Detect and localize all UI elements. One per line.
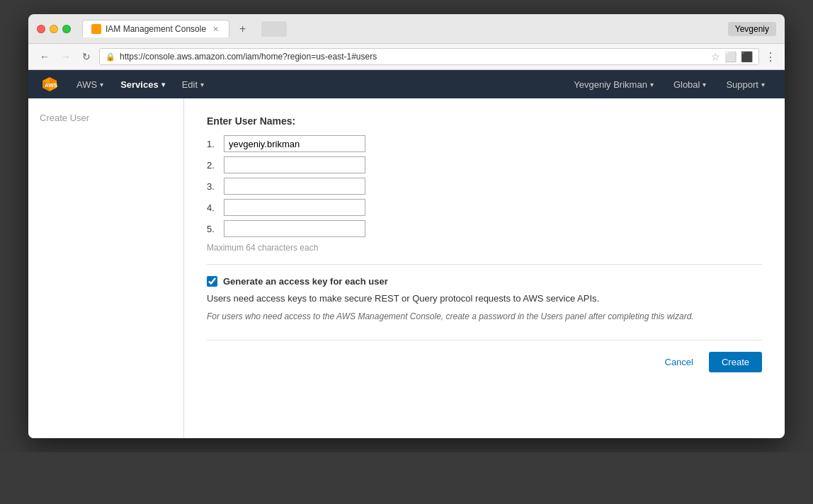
user-input-row-5: 5. bbox=[207, 220, 762, 237]
close-window-button[interactable] bbox=[37, 25, 45, 33]
row-number-4: 4. bbox=[207, 202, 224, 213]
username-input-1[interactable] bbox=[224, 135, 365, 152]
main-content: Create User Enter User Names: 1. 2. 3. bbox=[28, 98, 785, 438]
svg-rect-2 bbox=[92, 29, 96, 33]
url-text: https://console.aws.amazon.com/iam/home?… bbox=[120, 52, 377, 62]
bottom-divider bbox=[207, 340, 762, 340]
support-label: Support bbox=[726, 79, 758, 90]
tab-placeholder bbox=[261, 21, 287, 37]
action-buttons: Cancel Create bbox=[207, 352, 762, 372]
user-input-row-3: 3. bbox=[207, 178, 762, 195]
user-input-row-4: 4. bbox=[207, 199, 762, 216]
user-chevron-icon: ▾ bbox=[650, 81, 654, 88]
create-button[interactable]: Create bbox=[709, 352, 762, 372]
username-input-2[interactable] bbox=[224, 156, 365, 173]
svg-rect-1 bbox=[96, 25, 101, 29]
username-input-4[interactable] bbox=[224, 199, 365, 216]
browser-menu-button[interactable]: ⋮ bbox=[765, 50, 776, 64]
aws-label: AWS bbox=[76, 79, 97, 90]
row-number-5: 5. bbox=[207, 224, 224, 234]
user-name-label: Yevgeniy Brikman bbox=[574, 79, 647, 90]
checkbox-label[interactable]: Generate an access key for each user bbox=[223, 276, 388, 287]
console-note: For users who need access to the AWS Man… bbox=[207, 311, 762, 323]
region-chevron-icon: ▾ bbox=[703, 81, 706, 88]
back-button[interactable]: ← bbox=[37, 50, 52, 64]
extension-icon[interactable]: ⬛ bbox=[741, 51, 753, 62]
forward-button[interactable]: → bbox=[58, 50, 74, 64]
max-chars-note: Maximum 64 characters each bbox=[207, 243, 762, 253]
cast-icon[interactable]: ⬜ bbox=[724, 51, 737, 62]
tab-title: IAM Management Console bbox=[106, 24, 206, 34]
svg-rect-0 bbox=[92, 25, 96, 29]
region-menu-item[interactable]: Global ▾ bbox=[665, 70, 715, 98]
username-input-3[interactable] bbox=[224, 178, 365, 195]
sidebar: Create User bbox=[28, 98, 184, 438]
aws-nav-right: Yevgeniy Brikman ▾ Global ▾ Support ▾ bbox=[565, 70, 773, 98]
row-number-3: 3. bbox=[207, 181, 224, 192]
edit-label: Edit bbox=[182, 79, 198, 90]
traffic-lights bbox=[37, 25, 71, 33]
sidebar-create-user-title: Create User bbox=[40, 113, 89, 123]
username-input-5[interactable] bbox=[224, 220, 365, 237]
aws-menu-item[interactable]: AWS ▾ bbox=[68, 70, 112, 98]
aws-logo[interactable]: AWS bbox=[40, 74, 59, 94]
svg-rect-3 bbox=[96, 29, 101, 33]
minimize-window-button[interactable] bbox=[50, 25, 58, 33]
secure-icon: 🔒 bbox=[106, 52, 115, 62]
checkbox-row: Generate an access key for each user bbox=[207, 276, 762, 287]
profile-button[interactable]: Yevgeniy bbox=[728, 22, 776, 36]
maximize-window-button[interactable] bbox=[62, 25, 71, 33]
content-area: Enter User Names: 1. 2. 3. bbox=[184, 98, 785, 438]
address-bar[interactable]: 🔒 https://console.aws.amazon.com/iam/hom… bbox=[99, 48, 759, 65]
tab-favicon bbox=[91, 24, 101, 34]
section-divider bbox=[207, 264, 762, 265]
row-number-1: 1. bbox=[207, 139, 224, 149]
aws-chevron-icon: ▾ bbox=[100, 81, 103, 88]
support-menu-item[interactable]: Support ▾ bbox=[717, 70, 773, 98]
user-input-row-1: 1. bbox=[207, 135, 762, 152]
browser-tab[interactable]: IAM Management Console ✕ bbox=[82, 20, 229, 38]
row-number-2: 2. bbox=[207, 160, 224, 171]
user-input-row-2: 2. bbox=[207, 156, 762, 173]
reload-button[interactable]: ↻ bbox=[79, 50, 93, 64]
support-chevron-icon: ▾ bbox=[761, 81, 765, 88]
region-label: Global bbox=[673, 79, 700, 90]
bookmark-icon[interactable]: ☆ bbox=[711, 51, 720, 62]
edit-chevron-icon: ▾ bbox=[200, 81, 204, 88]
section-label: Enter User Names: bbox=[207, 115, 762, 127]
services-chevron-icon: ▾ bbox=[161, 81, 165, 88]
access-key-description: Users need access keys to make secure RE… bbox=[207, 292, 762, 305]
checkbox-section: Generate an access key for each user Use… bbox=[207, 276, 762, 323]
edit-menu-item[interactable]: Edit ▾ bbox=[174, 70, 212, 98]
new-tab-button[interactable]: + bbox=[235, 21, 250, 37]
services-label: Services bbox=[120, 79, 159, 90]
user-inputs-container: 1. 2. 3. 4. bbox=[207, 135, 762, 237]
generate-access-key-checkbox[interactable] bbox=[207, 276, 217, 287]
user-menu-item[interactable]: Yevgeniy Brikman ▾ bbox=[565, 70, 662, 98]
cancel-button[interactable]: Cancel bbox=[656, 353, 702, 372]
services-menu-item[interactable]: Services ▾ bbox=[112, 70, 174, 98]
tab-close-button[interactable]: ✕ bbox=[210, 24, 220, 34]
aws-navbar: AWS AWS ▾ Services ▾ Edit ▾ Yevgeniy Bri… bbox=[28, 70, 785, 98]
address-bar-container: ← → ↻ 🔒 https://console.aws.amazon.com/i… bbox=[28, 44, 785, 70]
svg-text:AWS: AWS bbox=[45, 82, 58, 88]
address-bar-icons: ☆ ⬜ ⬛ bbox=[711, 51, 753, 62]
